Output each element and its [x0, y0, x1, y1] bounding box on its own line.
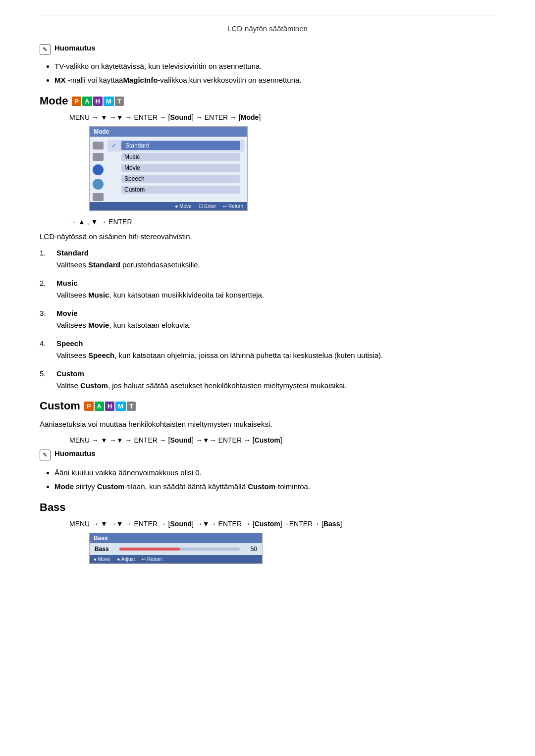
- custom-menu-path: MENU → ▼ →▼ → ENTER → [Sound] →▼→ ENTER …: [40, 436, 495, 444]
- mode-menu-item-movie[interactable]: Movie: [107, 162, 244, 173]
- mode-icon-3: [93, 164, 104, 175]
- item-content-3: Movie Valitsees Movie, kun katsotaan elo…: [56, 309, 495, 331]
- badge-m: M: [104, 97, 114, 106]
- bass-slider-fill: [119, 548, 180, 551]
- mode-icon-1: [93, 142, 104, 150]
- badge-a: A: [82, 97, 92, 106]
- item-title-5: Custom: [56, 369, 495, 378]
- mode-heading-text: Mode: [40, 95, 68, 107]
- custom-note-box: ✎ Huomautus: [40, 449, 495, 460]
- item-content-2: Music Valitsees Music, kun katsotaan mus…: [56, 279, 495, 301]
- mode-menu-path: MENU → ▼ →▼ → ENTER → [Sound] → ENTER → …: [40, 113, 495, 121]
- mode-menu-title: Mode: [90, 127, 247, 137]
- mode-heading-row: Mode P A H M T: [40, 95, 495, 107]
- item-desc-4: Valitsees Speech, kun katsotaan ohjelmia…: [56, 350, 495, 361]
- bottom-move: ● Move: [175, 203, 191, 209]
- custom-bullet-list: Ääni kuuluu vaikka äänenvoimakkuus olisi…: [40, 467, 495, 492]
- lcd-text: LCD-näytössä on sisäinen hifi-stereovahv…: [40, 231, 495, 243]
- mode-menu-item-music[interactable]: Music: [107, 151, 244, 162]
- list-item: Ääni kuuluu vaikka äänenvoimakkuus olisi…: [54, 467, 495, 479]
- note-icon: ✎: [40, 44, 51, 55]
- bass-row: Bass 50: [90, 543, 262, 555]
- item-desc-2: Valitsees Music, kun katsotaan musiikkiv…: [56, 289, 495, 301]
- mode-menu-bottom-bar: ● Move ☐ Enter ↩ Return: [90, 202, 247, 210]
- arrow-line: → ▲ , ▼ → ENTER: [40, 218, 495, 226]
- bass-screenshot: Bass Bass 50 ● Move ● Adjust ↩ Return: [89, 533, 263, 564]
- standard-label: Standard: [121, 141, 240, 150]
- mode-menu-icons: [93, 140, 104, 201]
- custom-note-label: Huomautus: [54, 449, 96, 457]
- check-icon: ✓: [111, 142, 118, 149]
- mode-icon-4: [93, 179, 104, 190]
- mode-icon-5: [93, 193, 104, 201]
- item-num-2: 2.: [40, 279, 52, 301]
- item-title-2: Music: [56, 279, 495, 287]
- item-desc-5: Valitse Custom, jos haluat säätää asetuk…: [56, 380, 495, 392]
- custom-intro: Ääniasetuksia voi muuttaa henkilökohtais…: [40, 418, 495, 430]
- list-item: TV-valikko on käytettävissä, kun televis…: [54, 61, 495, 72]
- item-desc-1: Valitsees Standard perustehdasasetuksill…: [56, 259, 495, 271]
- item-content-1: Standard Valitsees Standard perustehdasa…: [56, 249, 495, 271]
- item-num-5: 5.: [40, 369, 52, 392]
- item-content-4: Speech Valitsees Speech, kun katsotaan o…: [56, 339, 495, 361]
- bottom-return: ↩ Return: [223, 203, 243, 209]
- custom-note-icon: ✎: [40, 450, 51, 460]
- bass-title-bar: Bass: [90, 533, 262, 543]
- bass-bottom-return: ↩ Return: [142, 556, 162, 562]
- page-container: LCD-näytön säätäminen ✎ Huomautus TV-val…: [0, 0, 535, 599]
- item-desc-3: Valitsees Movie, kun katsotaan elokuvia.: [56, 319, 495, 331]
- item-num-1: 1.: [40, 249, 52, 271]
- bottom-enter: ☐ Enter: [199, 203, 216, 209]
- custom-badge-h: H: [105, 402, 114, 411]
- numbered-item-4: 4. Speech Valitsees Speech, kun katsotaa…: [40, 339, 495, 361]
- custom-badge-row: P A H M T: [84, 402, 136, 411]
- numbered-item-3: 3. Movie Valitsees Movie, kun katsotaan …: [40, 309, 495, 331]
- custom-badge-t: T: [127, 402, 136, 411]
- numbered-item-1: 1. Standard Valitsees Standard perustehd…: [40, 249, 495, 271]
- speech-label: Speech: [121, 175, 240, 183]
- bass-slider-track[interactable]: [119, 548, 240, 551]
- custom-badge-p: P: [84, 402, 94, 411]
- custom-label: Custom: [121, 186, 240, 194]
- mode-icon-2: [93, 153, 104, 161]
- custom-badge-m: M: [115, 402, 126, 411]
- mode-menu-item-custom[interactable]: Custom: [107, 184, 244, 195]
- bass-heading-row: Bass: [40, 501, 495, 514]
- music-label: Music: [121, 153, 240, 161]
- top-note-label: Huomautus: [54, 44, 96, 52]
- item-content-5: Custom Valitse Custom, jos haluat säätää…: [56, 369, 495, 392]
- list-item: MX -malli voi käyttääMagicInfo-valikkoa,…: [54, 75, 495, 86]
- numbered-item-5: 5. Custom Valitse Custom, jos haluat sää…: [40, 369, 495, 392]
- bass-value: 50: [245, 546, 257, 553]
- item-num-3: 3.: [40, 309, 52, 331]
- bottom-border: [40, 579, 495, 579]
- mode-menu-item-standard[interactable]: ✓ Standard: [107, 140, 244, 151]
- custom-badge-a: A: [95, 402, 104, 411]
- badge-p: P: [72, 97, 81, 106]
- item-title-1: Standard: [56, 249, 495, 257]
- mode-menu-items-container: ✓ Standard Music Movie Speech Cust: [107, 140, 244, 201]
- bass-label: Bass: [95, 546, 114, 553]
- page-title: LCD-näytön säätäminen: [40, 24, 495, 33]
- badge-t: T: [115, 97, 124, 106]
- top-border: [40, 15, 495, 15]
- top-bullet-list: TV-valikko on käytettävissä, kun televis…: [40, 61, 495, 86]
- bass-bottom-move: ● Move: [94, 556, 110, 562]
- top-note-box: ✎ Huomautus: [40, 44, 495, 55]
- numbered-item-2: 2. Music Valitsees Music, kun katsotaan …: [40, 279, 495, 301]
- numbered-list: 1. Standard Valitsees Standard perustehd…: [40, 249, 495, 392]
- badge-h: H: [93, 97, 103, 106]
- bass-heading-text: Bass: [40, 501, 66, 514]
- custom-heading-text: Custom: [40, 400, 80, 412]
- bass-menu-path: MENU → ▼ →▼ → ENTER → [Sound] →▼→ ENTER …: [40, 520, 495, 528]
- item-title-4: Speech: [56, 339, 495, 348]
- mode-menu-body: ✓ Standard Music Movie Speech Cust: [90, 137, 247, 202]
- mode-menu-screenshot: Mode ✓ Standard Music: [89, 126, 248, 211]
- list-item: Mode siirtyy Custom-tilaan, kun säädät ä…: [54, 481, 495, 493]
- mode-menu-item-speech[interactable]: Speech: [107, 173, 244, 184]
- item-num-4: 4.: [40, 339, 52, 361]
- item-title-3: Movie: [56, 309, 495, 317]
- custom-heading-row: Custom P A H M T: [40, 400, 495, 412]
- bass-bottom-bar: ● Move ● Adjust ↩ Return: [90, 555, 262, 563]
- mode-badge-row: P A H M T: [72, 97, 123, 106]
